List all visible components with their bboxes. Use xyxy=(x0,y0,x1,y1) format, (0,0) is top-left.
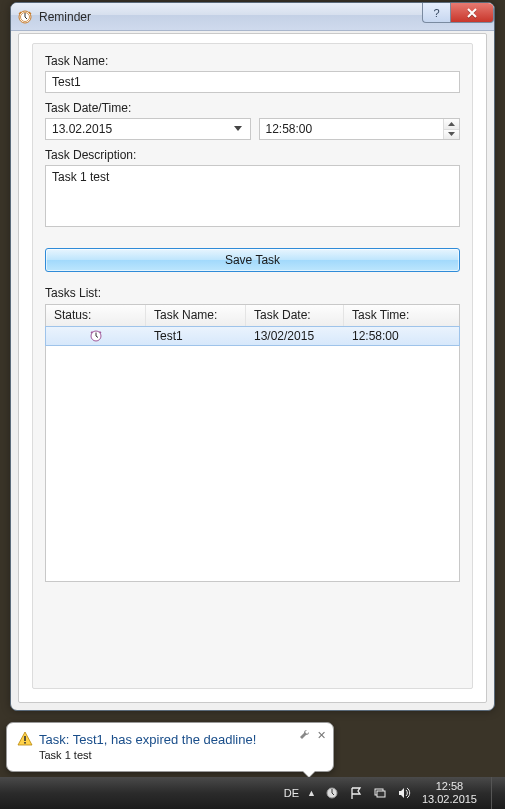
balloon-close-button[interactable]: ✕ xyxy=(315,729,327,741)
close-button[interactable] xyxy=(450,3,494,23)
taskbar: DE ▲ 12:58 13.02.2015 xyxy=(0,777,505,809)
dropdown-button[interactable] xyxy=(230,126,246,132)
flag-icon[interactable] xyxy=(348,785,364,801)
notification-balloon[interactable]: ✕ Task: Test1, has expired the deadline!… xyxy=(6,722,334,772)
app-icon xyxy=(17,9,33,25)
task-description-label: Task Description: xyxy=(45,148,460,162)
window-buttons: ? xyxy=(422,3,494,23)
clock-date: 13.02.2015 xyxy=(422,793,477,806)
help-icon: ? xyxy=(433,7,439,19)
svg-rect-3 xyxy=(24,736,26,741)
cell-time: 12:58:00 xyxy=(344,329,459,343)
cell-name: Test1 xyxy=(146,329,246,343)
warning-icon xyxy=(17,731,33,747)
clock-icon xyxy=(89,329,103,343)
taskbar-clock[interactable]: 12:58 13.02.2015 xyxy=(422,780,477,806)
notification-title: Task: Test1, has expired the deadline! xyxy=(39,732,256,747)
notification-body: Task 1 test xyxy=(39,749,307,761)
task-time-spinner[interactable]: 12:58:00 xyxy=(259,118,461,140)
help-button[interactable]: ? xyxy=(422,3,450,23)
close-icon xyxy=(466,8,478,18)
chevron-down-icon xyxy=(234,126,242,132)
network-icon[interactable] xyxy=(372,785,388,801)
tray-expand-button[interactable]: ▲ xyxy=(307,788,316,798)
spinner-down[interactable] xyxy=(444,130,459,140)
col-header-status[interactable]: Status: xyxy=(46,305,146,326)
col-header-name[interactable]: Task Name: xyxy=(146,305,246,326)
client-area: Task Name: Task Date/Time: 13.02.2015 12… xyxy=(18,33,487,703)
tasks-list-label: Tasks List: xyxy=(45,286,460,300)
tasks-list[interactable]: Status: Task Name: Task Date: Task Time:… xyxy=(45,304,460,582)
tasks-list-header: Status: Task Name: Task Date: Task Time: xyxy=(46,305,459,327)
task-datetime-label: Task Date/Time: xyxy=(45,101,460,115)
balloon-tools: ✕ xyxy=(299,729,327,741)
volume-icon[interactable] xyxy=(396,785,412,801)
svg-rect-4 xyxy=(24,742,26,744)
chevron-down-icon xyxy=(448,132,455,136)
svg-rect-7 xyxy=(377,791,385,797)
chevron-up-icon xyxy=(448,122,455,126)
col-header-date[interactable]: Task Date: xyxy=(246,305,344,326)
col-header-time[interactable]: Task Time: xyxy=(344,305,459,326)
wrench-icon xyxy=(300,730,310,740)
close-icon: ✕ xyxy=(317,729,326,742)
show-desktop-button[interactable] xyxy=(491,777,499,809)
titlebar[interactable]: Reminder ? xyxy=(11,3,494,31)
cell-status xyxy=(46,329,146,343)
cell-date: 13/02/2015 xyxy=(246,329,344,343)
task-name-label: Task Name: xyxy=(45,54,460,68)
task-time-value: 12:58:00 xyxy=(266,122,444,136)
reminder-window: Reminder ? Task Name: Task Date/Time: 13… xyxy=(10,2,495,711)
spinner-buttons xyxy=(443,119,459,139)
task-date-combo[interactable]: 13.02.2015 xyxy=(45,118,251,140)
spinner-up[interactable] xyxy=(444,119,459,130)
task-description-input[interactable] xyxy=(45,165,460,227)
task-name-input[interactable] xyxy=(45,71,460,93)
language-indicator[interactable]: DE xyxy=(284,787,299,799)
form-panel: Task Name: Task Date/Time: 13.02.2015 12… xyxy=(32,43,473,689)
balloon-options-button[interactable] xyxy=(299,729,311,741)
tray-app-icon[interactable] xyxy=(324,785,340,801)
task-date-value: 13.02.2015 xyxy=(52,122,230,136)
window-title: Reminder xyxy=(39,10,91,24)
table-row[interactable]: Test1 13/02/2015 12:58:00 xyxy=(45,326,460,346)
clock-time: 12:58 xyxy=(422,780,477,793)
save-task-button[interactable]: Save Task xyxy=(45,248,460,272)
system-tray: DE ▲ xyxy=(284,785,412,801)
